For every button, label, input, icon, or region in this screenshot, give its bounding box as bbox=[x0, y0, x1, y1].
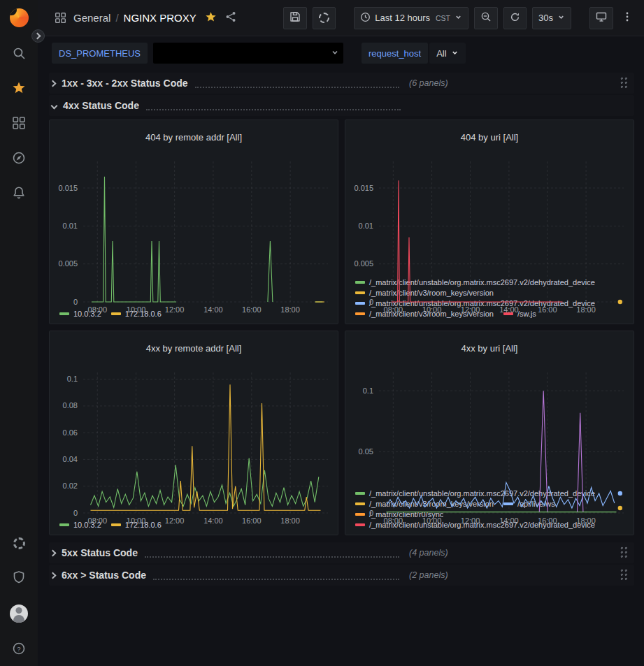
panel-4xx-by-uri: 4xx by uri [All] 00.050.108:0010:0012:00… bbox=[345, 331, 634, 535]
gear-icon bbox=[319, 13, 329, 23]
shield-icon bbox=[12, 570, 26, 586]
breadcrumb-separator: / bbox=[115, 12, 118, 24]
svg-text:0: 0 bbox=[73, 297, 78, 305]
datasource-select[interactable] bbox=[153, 43, 343, 64]
dotted-leader bbox=[153, 570, 399, 580]
grafana-app: ? General / NGINX PROXY bbox=[0, 0, 644, 666]
svg-text:10:00: 10:00 bbox=[127, 305, 146, 314]
svg-text:?: ? bbox=[17, 644, 20, 652]
grafana-logo[interactable] bbox=[10, 8, 29, 27]
more-menu-button[interactable] bbox=[619, 7, 636, 29]
main-area: General / NGINX PROXY bbox=[38, 0, 644, 666]
svg-text:0.01: 0.01 bbox=[359, 221, 373, 229]
time-series-chart[interactable]: 00.020.040.060.080.108:0010:0012:0014:00… bbox=[50, 365, 338, 519]
chevron-right-icon bbox=[34, 33, 41, 40]
row-header-6xx[interactable]: 6xx > Status Code (2 panels) bbox=[49, 565, 634, 586]
row-title: 5xx Status Code bbox=[62, 547, 138, 558]
starred-dashboards-button[interactable] bbox=[10, 80, 27, 97]
time-series-chart[interactable]: 00.0050.010.01508:0010:0012:0014:0016:00… bbox=[345, 154, 634, 276]
row-header-4xx[interactable]: 4xx Status Code bbox=[49, 95, 634, 116]
template-variables-bar: DS_PROMETHEUS request_host All bbox=[38, 36, 644, 68]
refresh-interval-picker[interactable]: 30s bbox=[532, 7, 571, 29]
svg-text:16:00: 16:00 bbox=[242, 516, 262, 525]
monitor-icon bbox=[596, 11, 607, 24]
share-dashboard-button[interactable] bbox=[225, 11, 236, 24]
time-series-chart[interactable]: 00.0050.010.01508:0010:0012:0014:0016:00… bbox=[50, 154, 338, 307]
row-title: 4xx Status Code bbox=[63, 100, 139, 111]
request-host-variable-label[interactable]: request_host bbox=[362, 43, 428, 64]
user-avatar[interactable] bbox=[10, 605, 28, 623]
row-title: 1xx - 3xx - 2xx Status Code bbox=[62, 78, 188, 89]
svg-text:18:00: 18:00 bbox=[576, 516, 596, 525]
chevron-down-icon bbox=[455, 13, 462, 23]
row-drag-handle[interactable] bbox=[620, 569, 629, 581]
svg-text:0: 0 bbox=[73, 508, 78, 516]
panel-4xx-by-remote-addr: 4xx by remote addr [All] 00.020.040.060.… bbox=[49, 331, 338, 535]
svg-text:0.1: 0.1 bbox=[363, 386, 373, 394]
svg-text:18:00: 18:00 bbox=[576, 305, 596, 314]
row-header-5xx[interactable]: 5xx Status Code (4 panels) bbox=[49, 542, 634, 563]
dashboards-button[interactable] bbox=[10, 115, 27, 132]
refresh-button[interactable] bbox=[503, 7, 527, 29]
chevron-down-icon bbox=[557, 13, 565, 23]
sidebar-expand-button[interactable] bbox=[31, 29, 45, 43]
dashboard-grid-icon bbox=[55, 12, 66, 24]
share-icon bbox=[225, 11, 236, 24]
svg-text:08:00: 08:00 bbox=[384, 516, 403, 525]
dotted-leader bbox=[145, 548, 399, 558]
svg-text:08:00: 08:00 bbox=[88, 516, 108, 525]
svg-text:14:00: 14:00 bbox=[499, 516, 519, 525]
save-icon bbox=[289, 11, 301, 24]
request-host-select[interactable]: All bbox=[429, 43, 465, 64]
time-range-picker[interactable]: Last 12 hours CST bbox=[354, 7, 468, 29]
sidebar-top-group bbox=[10, 8, 29, 202]
svg-text:10:00: 10:00 bbox=[422, 305, 442, 314]
gear-icon bbox=[13, 537, 25, 549]
svg-text:0.015: 0.015 bbox=[58, 183, 78, 191]
navbar-actions: Last 12 hours CST 30s bbox=[283, 7, 636, 29]
breadcrumb-folder[interactable]: General bbox=[73, 12, 110, 24]
svg-text:12:00: 12:00 bbox=[165, 305, 185, 314]
zoom-out-button[interactable] bbox=[474, 7, 498, 29]
panel-title[interactable]: 404 by remote addr [All] bbox=[50, 128, 338, 147]
panel-title[interactable]: 4xx by remote addr [All] bbox=[50, 339, 338, 358]
row-header-1xx-3xx-2xx[interactable]: 1xx - 3xx - 2xx Status Code (6 panels) bbox=[49, 73, 634, 94]
svg-text:0.08: 0.08 bbox=[63, 401, 78, 410]
svg-text:14:00: 14:00 bbox=[203, 305, 223, 314]
explore-button[interactable] bbox=[10, 150, 27, 167]
star-icon bbox=[12, 81, 26, 97]
compass-icon bbox=[12, 151, 26, 167]
search-button[interactable] bbox=[10, 45, 27, 62]
panel-404-by-remote-addr: 404 by remote addr [All] 00.0050.010.015… bbox=[49, 120, 338, 324]
favorite-star-button[interactable] bbox=[205, 11, 217, 25]
svg-text:16:00: 16:00 bbox=[242, 305, 262, 314]
save-dashboard-button[interactable] bbox=[283, 7, 307, 29]
server-admin-button[interactable] bbox=[10, 570, 27, 586]
search-icon bbox=[12, 46, 26, 62]
svg-text:0.01: 0.01 bbox=[63, 221, 78, 229]
dotted-leader bbox=[146, 101, 401, 110]
svg-text:16:00: 16:00 bbox=[538, 516, 557, 525]
breadcrumb-dashboard-title[interactable]: NGINX PROXY bbox=[124, 12, 196, 24]
svg-text:18:00: 18:00 bbox=[280, 516, 300, 525]
configuration-button[interactable] bbox=[10, 535, 27, 551]
svg-text:0.02: 0.02 bbox=[63, 482, 78, 490]
chevron-down-icon bbox=[331, 47, 339, 59]
row-drag-handle[interactable] bbox=[620, 77, 629, 89]
svg-text:12:00: 12:00 bbox=[461, 305, 480, 314]
sidebar: ? bbox=[0, 0, 38, 666]
alerting-button[interactable] bbox=[10, 185, 27, 202]
row-panel-count: (2 panels) bbox=[409, 570, 448, 580]
dashboard-settings-button[interactable] bbox=[313, 7, 336, 29]
panel-title[interactable]: 4xx by uri [All] bbox=[345, 339, 634, 358]
panel-title[interactable]: 404 by uri [All] bbox=[345, 128, 634, 147]
tv-mode-button[interactable] bbox=[589, 7, 613, 29]
svg-text:10:00: 10:00 bbox=[422, 516, 442, 525]
row-panel-count: (4 panels) bbox=[409, 548, 448, 558]
row-drag-handle[interactable] bbox=[620, 546, 629, 559]
datasource-variable-label[interactable]: DS_PROMETHEUS bbox=[52, 43, 148, 64]
svg-text:0.005: 0.005 bbox=[354, 259, 373, 268]
svg-text:12:00: 12:00 bbox=[461, 516, 480, 525]
time-series-chart[interactable]: 00.050.108:0010:0012:0014:0016:0018:00 bbox=[345, 365, 634, 487]
help-button[interactable]: ? bbox=[10, 641, 27, 658]
